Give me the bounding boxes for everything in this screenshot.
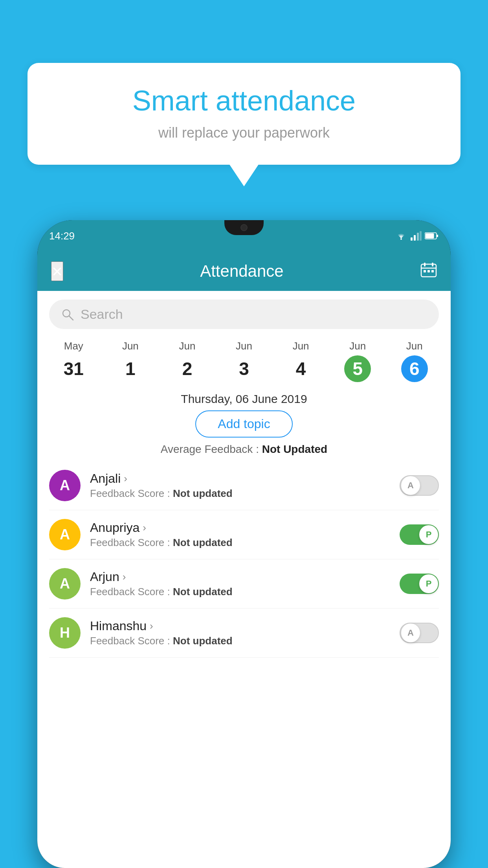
status-bar: 14:29 [37, 220, 451, 252]
svg-rect-4 [420, 231, 422, 241]
svg-rect-3 [417, 233, 419, 241]
calendar-icon[interactable] [420, 262, 437, 281]
app-header: × Attendance [37, 252, 451, 291]
svg-point-0 [400, 238, 402, 240]
search-placeholder: Search [81, 307, 123, 322]
student-info-anupriya[interactable]: Anupriya › Feedback Score : Not updated [90, 520, 390, 549]
svg-rect-1 [411, 237, 413, 241]
status-icons [395, 231, 439, 241]
student-list: A Anjali › Feedback Score : Not updated … [37, 461, 451, 658]
svg-line-16 [69, 316, 73, 320]
avatar-himanshu: H [49, 617, 81, 649]
date-cell-0[interactable]: May 31 [45, 340, 102, 382]
date-cell-5[interactable]: Jun 5 [329, 340, 386, 382]
student-row-anupriya: A Anupriya › Feedback Score : Not update… [49, 510, 439, 559]
avatar-arjun: A [49, 568, 81, 600]
chevron-icon: › [123, 571, 126, 583]
date-row: May 31 Jun 1 Jun 2 Jun 3 Jun 4 [37, 336, 451, 386]
avg-feedback: Average Feedback : Not Updated [37, 443, 451, 456]
student-feedback-anjali: Feedback Score : Not updated [90, 487, 390, 500]
selected-date-label: Thursday, 06 June 2019 [37, 392, 451, 406]
chevron-icon: › [124, 473, 127, 485]
toggle-himanshu[interactable]: A [400, 623, 439, 643]
app-content: Search May 31 Jun 1 Jun 2 Jun 3 [37, 291, 451, 868]
student-info-himanshu[interactable]: Himanshu › Feedback Score : Not updated [90, 619, 390, 647]
toggle-knob-arjun: P [419, 574, 438, 593]
avatar-anjali: A [49, 470, 81, 501]
student-info-anjali[interactable]: Anjali › Feedback Score : Not updated [90, 471, 390, 500]
bubble-title: Smart attendance [51, 85, 437, 117]
chevron-icon: › [143, 522, 146, 534]
svg-rect-12 [424, 270, 426, 272]
svg-rect-7 [437, 235, 438, 237]
phone-frame: 14:29 [37, 220, 451, 868]
battery-icon [425, 232, 439, 240]
student-row-himanshu: H Himanshu › Feedback Score : Not update… [49, 609, 439, 658]
date-cell-2[interactable]: Jun 2 [159, 340, 216, 382]
search-bar[interactable]: Search [49, 300, 439, 329]
student-row-anjali: A Anjali › Feedback Score : Not updated … [49, 461, 439, 510]
student-name-arjun: Arjun › [90, 570, 390, 584]
avatar-anupriya: A [49, 519, 81, 550]
student-row-arjun: A Arjun › Feedback Score : Not updated P [49, 559, 439, 609]
toggle-knob-anupriya: P [419, 525, 438, 544]
svg-rect-13 [427, 270, 430, 272]
date-cell-3[interactable]: Jun 3 [216, 340, 273, 382]
student-name-himanshu: Himanshu › [90, 619, 390, 633]
svg-rect-9 [424, 263, 426, 267]
svg-rect-10 [432, 263, 433, 267]
svg-rect-6 [426, 234, 434, 239]
svg-rect-14 [431, 270, 434, 272]
date-cell-1[interactable]: Jun 1 [102, 340, 159, 382]
student-feedback-arjun: Feedback Score : Not updated [90, 586, 390, 598]
student-name-anjali: Anjali › [90, 471, 390, 486]
student-name-anupriya: Anupriya › [90, 520, 390, 535]
svg-rect-2 [414, 235, 416, 241]
toggle-anupriya[interactable]: P [400, 524, 439, 545]
signal-icon [411, 231, 422, 241]
student-feedback-himanshu: Feedback Score : Not updated [90, 635, 390, 647]
phone-notch [224, 220, 264, 235]
speech-bubble: Smart attendance will replace your paper… [28, 63, 460, 165]
chevron-icon: › [150, 620, 153, 632]
wifi-icon [395, 231, 407, 241]
toggle-arjun[interactable]: P [400, 574, 439, 594]
toggle-anjali[interactable]: A [400, 475, 439, 496]
toggle-knob-anjali: A [401, 476, 420, 495]
header-title: Attendance [200, 262, 284, 281]
search-icon [61, 308, 74, 321]
date-cell-4[interactable]: Jun 4 [272, 340, 329, 382]
close-button[interactable]: × [51, 261, 63, 281]
date-cell-6[interactable]: Jun 6 [386, 340, 443, 382]
status-time: 14:29 [49, 230, 75, 242]
student-feedback-anupriya: Feedback Score : Not updated [90, 537, 390, 549]
student-info-arjun[interactable]: Arjun › Feedback Score : Not updated [90, 570, 390, 598]
add-topic-button[interactable]: Add topic [195, 410, 292, 438]
toggle-knob-himanshu: A [401, 623, 420, 642]
camera-dot [240, 224, 248, 231]
bubble-subtitle: will replace your paperwork [51, 125, 437, 141]
